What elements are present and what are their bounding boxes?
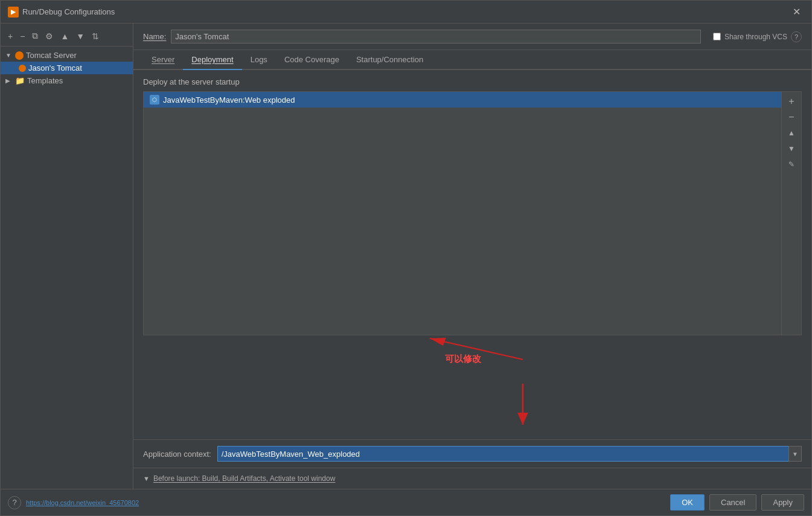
sidebar-item-jasons-tomcat[interactable]: Jason's Tomcat xyxy=(1,62,133,74)
title-bar-left: ▶ Run/Debug Configurations xyxy=(8,7,115,18)
app-icon: ▶ xyxy=(8,7,19,18)
bottom-left: ? https://blog.csdn.net/weixin_45670802 xyxy=(8,496,139,509)
before-launch-row: ▼ Before launch: Build, Build Artifacts,… xyxy=(133,468,811,489)
sort-button[interactable]: ⇅ xyxy=(89,30,101,42)
share-vcs-checkbox[interactable] xyxy=(713,33,721,40)
folder-icon: 📁 xyxy=(15,76,25,85)
add-config-button[interactable]: + xyxy=(5,30,15,42)
tab-deployment[interactable]: Deployment xyxy=(183,50,241,70)
deploy-item-icon: ⬡ xyxy=(150,95,159,105)
expand-arrow-templates: ▶ xyxy=(5,77,13,84)
remove-deploy-button[interactable]: − xyxy=(784,110,799,124)
annotation-arrow-svg xyxy=(143,335,802,432)
tab-logs[interactable]: Logs xyxy=(242,50,276,70)
tomcat-icon xyxy=(15,51,24,60)
name-input[interactable] xyxy=(171,30,701,44)
deploy-list-area: ⬡ JavaWebTestByMaven:Web exploded + − ▲ … xyxy=(143,91,802,335)
before-launch-expand[interactable]: ▼ xyxy=(143,475,150,482)
name-row: Name: Share through VCS ? xyxy=(133,24,811,50)
deploy-list: ⬡ JavaWebTestByMaven:Web exploded xyxy=(144,92,781,335)
add-deploy-button[interactable]: + xyxy=(784,94,799,109)
tab-server[interactable]: Server xyxy=(143,50,183,70)
share-help-button[interactable]: ? xyxy=(791,31,802,42)
bottom-right: OK Cancel Apply xyxy=(670,494,804,511)
jasons-tomcat-label: Jason's Tomcat xyxy=(28,63,82,73)
jasons-tomcat-icon xyxy=(19,65,26,72)
sidebar-toolbar: + − ⧉ ⚙ ▲ ▼ ⇅ xyxy=(1,27,133,47)
title-bar: ▶ Run/Debug Configurations ✕ xyxy=(1,1,811,24)
sidebar-tree: ▼ Tomcat Server Jason's Tomcat ▶ 📁 Templ… xyxy=(1,47,133,485)
annotation-container: 可以修改 xyxy=(143,335,802,432)
tomcat-server-group-label: Tomcat Server xyxy=(26,51,77,60)
app-context-input-wrapper: ▼ xyxy=(217,446,802,462)
expand-arrow-tomcat: ▼ xyxy=(5,52,13,59)
name-label: Name: xyxy=(143,32,166,41)
tabs-row: Server Deployment Logs Code Coverage Sta… xyxy=(133,50,811,70)
share-vcs-area: Share through VCS ? xyxy=(713,31,802,42)
ok-button[interactable]: OK xyxy=(670,494,705,511)
help-button[interactable]: ? xyxy=(8,496,21,509)
deploy-area-wrapper: ⬡ JavaWebTestByMaven:Web exploded + − ▲ … xyxy=(143,91,802,432)
close-button[interactable]: ✕ xyxy=(789,5,804,19)
edit-deploy-button[interactable]: ✎ xyxy=(784,157,799,172)
bottom-bar: ? https://blog.csdn.net/weixin_45670802 … xyxy=(1,489,811,515)
sidebar-item-tomcat-server-group[interactable]: ▼ Tomcat Server xyxy=(1,49,133,62)
app-context-input[interactable] xyxy=(217,446,796,462)
templates-group-label: Templates xyxy=(27,76,63,85)
right-panel: Name: Share through VCS ? Server Deploym… xyxy=(133,24,811,489)
deploy-list-buttons: + − ▲ ▼ ✎ xyxy=(781,92,801,335)
tab-code-coverage[interactable]: Code Coverage xyxy=(276,50,348,70)
tab-startup-connection[interactable]: Startup/Connection xyxy=(348,50,432,70)
settings-button[interactable]: ⚙ xyxy=(43,30,56,42)
bottom-url[interactable]: https://blog.csdn.net/weixin_45670802 xyxy=(26,499,139,506)
dialog-title: Run/Debug Configurations xyxy=(22,7,115,16)
app-context-dropdown-button[interactable]: ▼ xyxy=(788,446,802,462)
move-deploy-down-button[interactable]: ▼ xyxy=(784,141,799,156)
sidebar-item-templates-group[interactable]: ▶ 📁 Templates xyxy=(1,74,133,87)
apply-button[interactable]: Apply xyxy=(761,494,804,511)
sidebar: + − ⧉ ⚙ ▲ ▼ ⇅ ▼ Tomcat Server Jason's To… xyxy=(1,24,133,489)
deploy-item-label: JavaWebTestByMaven:Web exploded xyxy=(163,95,295,105)
copy-config-button[interactable]: ⧉ xyxy=(30,30,40,42)
annotation-text: 可以修改 xyxy=(445,353,481,365)
move-down-button[interactable]: ▼ xyxy=(74,30,87,42)
app-context-label: Application context: xyxy=(143,450,211,459)
move-up-button[interactable]: ▲ xyxy=(58,30,71,42)
run-debug-dialog: ▶ Run/Debug Configurations ✕ + − ⧉ ⚙ ▲ ▼… xyxy=(0,0,812,516)
move-deploy-up-button[interactable]: ▲ xyxy=(784,126,799,140)
deploy-at-startup-label: Deploy at the server startup xyxy=(143,77,802,86)
deployment-panel-content: Deploy at the server startup ⬡ JavaWebTe… xyxy=(133,70,811,439)
remove-config-button[interactable]: − xyxy=(18,30,27,42)
before-launch-label: Before launch: Build, Build Artifacts, A… xyxy=(153,474,336,483)
app-context-row: Application context: ▼ xyxy=(133,439,811,468)
cancel-button[interactable]: Cancel xyxy=(709,494,756,511)
deploy-item-javawebtest[interactable]: ⬡ JavaWebTestByMaven:Web exploded xyxy=(144,92,781,108)
share-vcs-label: Share through VCS xyxy=(724,33,787,41)
main-content: + − ⧉ ⚙ ▲ ▼ ⇅ ▼ Tomcat Server Jason's To… xyxy=(1,24,811,489)
